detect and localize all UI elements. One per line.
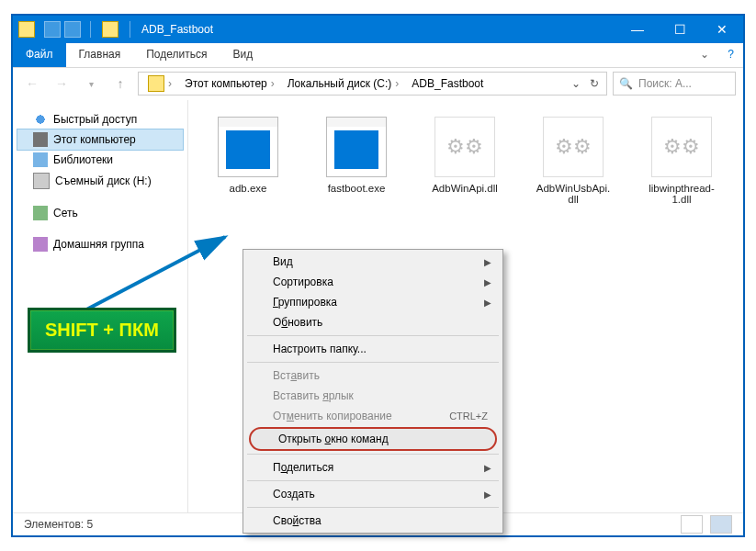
sidebar-item-quick-access[interactable]: Быстрый доступ [13, 109, 187, 129]
breadcrumb-bar[interactable]: › Этот компьютер› Локальный диск (C:)› A… [138, 72, 607, 96]
ctx-customize[interactable]: Настроить папку... [245, 339, 501, 359]
back-button[interactable]: ← [20, 72, 44, 96]
dropdown-icon[interactable]: ⌄ [568, 77, 584, 90]
recent-locations-button[interactable]: ▾ [79, 72, 103, 96]
sidebar-item-libraries[interactable]: Библиотеки [13, 150, 187, 170]
file-name: adb.exe [209, 183, 288, 194]
maximize-button[interactable]: ☐ [659, 16, 701, 43]
address-bar-row: ← → ▾ ↑ › Этот компьютер› Локальный диск… [13, 68, 743, 99]
file-name: AdbWinApi.dll [425, 183, 504, 194]
item-count: Элементов: 5 [24, 518, 93, 531]
close-button[interactable]: ✕ [701, 16, 743, 43]
homegroup-icon [33, 237, 48, 252]
icons-view-button[interactable] [710, 515, 732, 534]
folder-icon [148, 75, 164, 92]
minimize-button[interactable]: — [616, 16, 659, 43]
file-icon [651, 117, 712, 177]
network-icon [33, 206, 48, 220]
refresh-icon[interactable]: ↻ [586, 77, 603, 90]
search-icon: 🔍 [619, 77, 633, 90]
qat-button[interactable] [64, 21, 81, 38]
sidebar-item-removable[interactable]: Съемный диск (H:) [13, 170, 187, 192]
file-name: libwinpthread-1.dll [642, 183, 721, 205]
file-name: fastboot.exe [317, 183, 396, 194]
hint-overlay: SHIFT + ПКМ [28, 308, 176, 353]
file-item[interactable]: AdbWinApi.dll [425, 117, 504, 194]
titlebar: ADB_Fastboot — ☐ ✕ [13, 16, 743, 43]
file-name: AdbWinUsbApi.dll [534, 183, 613, 205]
tab-view[interactable]: Вид [220, 43, 265, 67]
file-item[interactable]: adb.exe [209, 117, 288, 194]
disk-icon [33, 173, 50, 189]
sidebar-item-network[interactable]: Сеть [13, 203, 187, 223]
folder-icon [102, 21, 118, 38]
pc-icon [33, 132, 48, 147]
help-icon[interactable]: ? [718, 43, 743, 67]
ribbon: Файл Главная Поделиться Вид ⌄ ? [13, 43, 743, 68]
chevron-right-icon: ▶ [484, 463, 491, 473]
file-item[interactable]: fastboot.exe [317, 117, 396, 194]
breadcrumb: ADB_Fastboot [406, 73, 489, 94]
ctx-paste-shortcut: Вставить ярлык [245, 386, 501, 406]
folder-icon [18, 21, 35, 38]
qat-button[interactable] [44, 21, 61, 38]
chevron-right-icon: ▶ [484, 298, 491, 308]
ctx-undo: Отменить копированиеCTRL+Z [245, 406, 501, 426]
ctx-group[interactable]: Группировка▶ [245, 292, 501, 312]
breadcrumb: Локальный диск (C:)› [282, 73, 405, 94]
ribbon-expand-icon[interactable]: ⌄ [691, 43, 718, 67]
file-item[interactable]: AdbWinUsbApi.dll [534, 117, 613, 205]
context-menu: Вид▶ Сортировка▶ Группировка▶ Обновить Н… [243, 249, 503, 534]
breadcrumb: Этот компьютер› [179, 73, 280, 94]
file-icon [543, 117, 604, 177]
chevron-right-icon: ▶ [484, 489, 491, 500]
navigation-pane: Быстрый доступ Этот компьютер Библиотеки… [13, 100, 188, 513]
file-icon [326, 117, 387, 177]
library-icon [33, 152, 48, 167]
tab-share[interactable]: Поделиться [133, 43, 220, 67]
ctx-new[interactable]: Создать▶ [245, 484, 501, 504]
ctx-properties[interactable]: Свойства [245, 511, 501, 531]
sidebar-item-homegroup[interactable]: Домашняя группа [13, 234, 187, 254]
file-menu[interactable]: Файл [13, 43, 66, 67]
window-title: ADB_Fastboot [136, 23, 616, 36]
details-view-button[interactable] [681, 515, 703, 534]
ctx-open-command-window[interactable]: Открыть окно команд [249, 427, 497, 451]
ctx-paste: Вставить [245, 365, 501, 386]
forward-button[interactable]: → [50, 72, 73, 96]
star-icon [33, 112, 48, 127]
chevron-right-icon: ▶ [484, 257, 491, 267]
ctx-share[interactable]: Поделиться▶ [245, 457, 501, 478]
tab-home[interactable]: Главная [66, 43, 134, 67]
file-icon [218, 117, 278, 177]
up-button[interactable]: ↑ [108, 72, 132, 96]
search-input[interactable]: 🔍 Поиск: A... [613, 72, 736, 96]
chevron-right-icon: ▶ [484, 277, 491, 287]
file-item[interactable]: libwinpthread-1.dll [642, 117, 721, 205]
file-icon [434, 117, 495, 177]
ctx-refresh[interactable]: Обновить [245, 312, 501, 332]
quick-access-toolbar [40, 21, 85, 38]
ctx-view[interactable]: Вид▶ [245, 252, 501, 272]
ctx-sort[interactable]: Сортировка▶ [245, 272, 501, 292]
sidebar-item-this-pc[interactable]: Этот компьютер [17, 129, 184, 151]
